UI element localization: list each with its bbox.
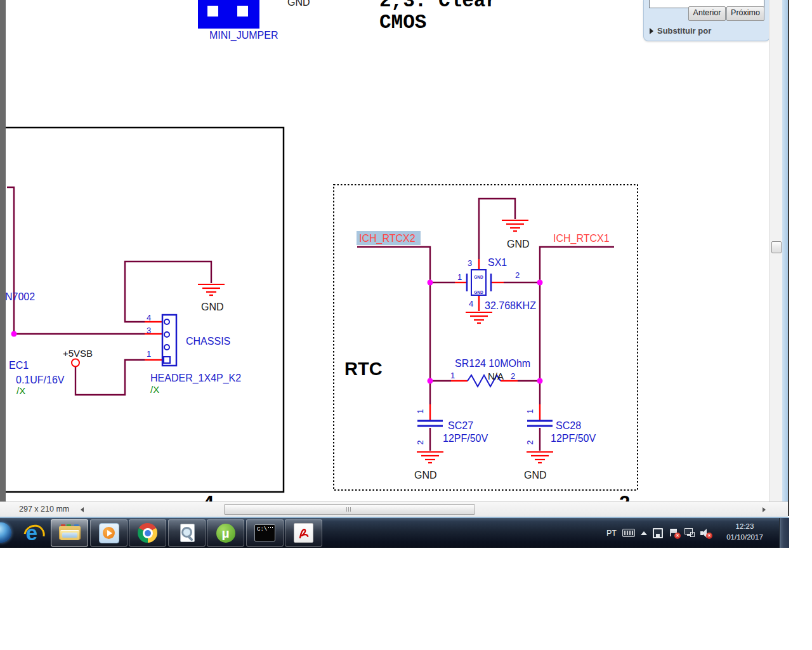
scroll-left-arrow-icon[interactable] bbox=[81, 507, 84, 512]
header-dnp-flag: /X bbox=[150, 384, 159, 395]
taskbar-item-utorrent[interactable]: µ bbox=[207, 519, 244, 547]
junction-dot bbox=[11, 331, 17, 337]
replace-toggle-label: Substituir por bbox=[657, 26, 711, 36]
taskbar-item-media-player[interactable] bbox=[90, 519, 128, 547]
replace-toggle[interactable]: Substituir por bbox=[650, 26, 711, 36]
ground-symbol bbox=[502, 220, 528, 231]
capacitor-sc27-symbol bbox=[417, 421, 443, 426]
crystal-ref: SX1 bbox=[488, 257, 507, 268]
system-tray: PT × × bbox=[606, 518, 710, 548]
start-button[interactable] bbox=[0, 522, 11, 543]
resistor-pin2: 2 bbox=[511, 371, 515, 381]
next-button[interactable]: Próximo bbox=[726, 6, 764, 21]
net-ich-rtcx2: ICH_RTCX2 bbox=[359, 233, 416, 244]
window-border bbox=[782, 0, 788, 516]
desktop: GND MINI_JUMPER 2,3: Clear CMOS bbox=[0, 0, 812, 650]
schematic-canvas: GND MINI_JUMPER 2,3: Clear CMOS bbox=[0, 0, 789, 501]
ground-symbol bbox=[417, 452, 443, 463]
gnd-label-sc27: GND bbox=[414, 470, 437, 481]
language-indicator[interactable]: PT bbox=[606, 529, 617, 538]
mini-jumper-label: MINI_JUMPER bbox=[209, 30, 278, 41]
clear-cmos-note-line2: CMOS bbox=[379, 11, 426, 34]
left-circuit-wires bbox=[7, 187, 211, 395]
sc27-ref: SC27 bbox=[448, 420, 473, 431]
crystal-pin2: 2 bbox=[515, 270, 520, 280]
clock[interactable]: 12:23 01/10/2017 bbox=[721, 521, 769, 543]
volume-muted-icon[interactable]: × bbox=[700, 528, 710, 538]
keyboard-icon[interactable] bbox=[622, 529, 635, 537]
crystal-pin1: 1 bbox=[457, 272, 462, 282]
command-prompt-icon: C:\ bbox=[254, 524, 275, 541]
pin4-number: 4 bbox=[147, 313, 151, 322]
plus5vsb-net: +5VSB bbox=[63, 348, 93, 359]
show-desktop-button[interactable] bbox=[779, 518, 789, 548]
chassis-header-symbol bbox=[162, 315, 176, 366]
ground-symbol bbox=[466, 312, 492, 323]
sc28-value: 12PF/50V bbox=[551, 433, 596, 444]
chrome-icon bbox=[138, 523, 157, 543]
sc28-pin1: 1 bbox=[525, 409, 535, 413]
action-center-icon[interactable]: × bbox=[669, 528, 679, 538]
ground-symbol bbox=[198, 284, 225, 295]
pin3-number: 3 bbox=[147, 326, 151, 335]
crystal-frequency: 32.768KHZ bbox=[485, 300, 536, 311]
gnd-label-sc28: GND bbox=[524, 470, 547, 481]
pin1-number: 1 bbox=[147, 349, 151, 359]
sheet-zone-4: 4 bbox=[203, 492, 214, 501]
removable-drive-icon[interactable] bbox=[653, 528, 663, 538]
ec1-ref: EC1 bbox=[9, 360, 29, 371]
taskbar-item-command-prompt[interactable]: C:\ bbox=[246, 519, 284, 547]
header-ref: HEADER_1X4P_K2 bbox=[150, 373, 241, 384]
network-icon[interactable] bbox=[684, 528, 695, 538]
internet-explorer-icon: e bbox=[26, 524, 37, 543]
chevron-right-icon bbox=[650, 28, 653, 34]
vertical-scrollbar-thumb[interactable] bbox=[771, 241, 782, 253]
ground-symbol bbox=[527, 452, 553, 463]
capacitor-sc28-symbol bbox=[527, 421, 553, 426]
page-size-label: 297 x 210 mm bbox=[19, 505, 69, 514]
pdf-viewer-window: GND MINI_JUMPER 2,3: Clear CMOS bbox=[0, 0, 789, 547]
scroll-right-arrow-icon[interactable] bbox=[763, 507, 766, 512]
page-border bbox=[6, 128, 284, 492]
sc28-pin2: 2 bbox=[525, 440, 535, 444]
taskbar-item-internet-explorer[interactable]: e bbox=[16, 519, 48, 547]
crystal-pad-gnd-top: GND bbox=[474, 275, 483, 279]
clock-time: 12:23 bbox=[721, 521, 769, 532]
net-ich-rtcx1: ICH_RTCX1 bbox=[553, 233, 610, 244]
ec1-dnp-flag: /X bbox=[16, 385, 25, 396]
previous-button[interactable]: Anterior bbox=[688, 6, 726, 21]
sc27-pin1: 1 bbox=[416, 409, 425, 413]
n7002-ref: N7002 bbox=[5, 291, 35, 302]
clock-date: 01/10/2017 bbox=[721, 532, 769, 543]
utorrent-icon: µ bbox=[216, 524, 235, 543]
window-edge bbox=[788, 0, 789, 516]
taskbar-item-chrome[interactable] bbox=[129, 519, 166, 547]
search-icon bbox=[179, 524, 195, 542]
crystal-pin4: 4 bbox=[469, 299, 473, 308]
resistor-pin1: 1 bbox=[450, 371, 455, 380]
rtc-dashed-box bbox=[334, 185, 638, 490]
sc28-ref: SC28 bbox=[556, 420, 581, 431]
error-badge: × bbox=[674, 533, 681, 539]
ec1-value: 0.1UF/16V bbox=[16, 375, 65, 385]
taskbar-item-search-preview[interactable] bbox=[168, 519, 206, 547]
horizontal-scrollbar-thumb[interactable] bbox=[224, 504, 475, 515]
status-bar: 297 x 210 mm bbox=[0, 501, 788, 517]
taskbar-item-windows-explorer[interactable] bbox=[51, 519, 88, 547]
viewer-left-gutter bbox=[0, 0, 6, 501]
vertical-scrollbar[interactable] bbox=[769, 0, 783, 501]
hidden-icons-chevron-icon[interactable] bbox=[641, 531, 647, 535]
clear-cmos-note-line1: 2,3: Clear bbox=[379, 0, 497, 12]
sheet-zone-2: 2 bbox=[619, 492, 630, 501]
rtc-title: RTC bbox=[344, 359, 383, 379]
gnd-label-left: GND bbox=[201, 302, 224, 312]
resistor-label: SR124 10MOhm bbox=[455, 358, 530, 369]
crystal-pin3: 3 bbox=[468, 258, 472, 268]
taskbar-item-adobe-reader[interactable] bbox=[285, 519, 322, 547]
find-dialog: Anterior Próximo Substituir por bbox=[643, 0, 770, 41]
mute-badge: × bbox=[706, 533, 712, 539]
taskbar: e µ C bbox=[0, 517, 789, 548]
chassis-label: CHASSIS bbox=[186, 336, 230, 347]
media-player-icon bbox=[99, 523, 119, 543]
gnd-label-rtc-top: GND bbox=[507, 239, 530, 249]
